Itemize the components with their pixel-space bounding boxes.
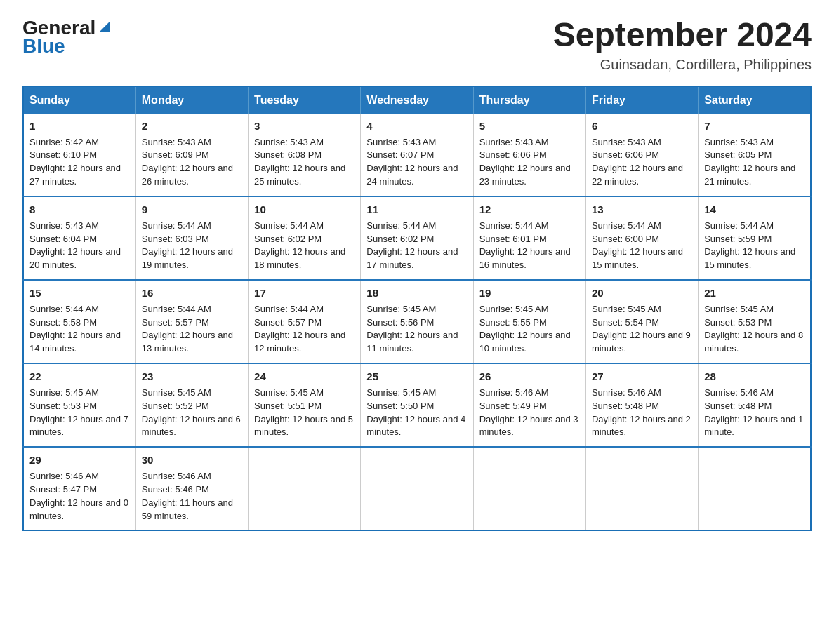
day-number: 27 — [592, 369, 692, 384]
day-number: 6 — [592, 119, 692, 134]
calendar-cell: 20 Sunrise: 5:45 AMSunset: 5:54 PMDaylig… — [585, 280, 698, 363]
day-number: 24 — [254, 369, 355, 384]
day-info: Sunrise: 5:45 AMSunset: 5:53 PMDaylight:… — [704, 304, 803, 354]
calendar-cell: 17 Sunrise: 5:44 AMSunset: 5:57 PMDaylig… — [249, 280, 361, 363]
day-info: Sunrise: 5:45 AMSunset: 5:53 PMDaylight:… — [29, 387, 128, 438]
day-number: 16 — [142, 286, 242, 301]
day-number: 14 — [704, 202, 805, 217]
calendar-cell: 28 Sunrise: 5:46 AMSunset: 5:48 PMDaylig… — [699, 363, 811, 447]
logo-blue-text: Blue — [22, 35, 65, 58]
day-number: 2 — [142, 119, 242, 134]
day-number: 15 — [29, 286, 130, 301]
day-info: Sunrise: 5:45 AMSunset: 5:51 PMDaylight:… — [254, 387, 353, 438]
calendar-cell — [361, 447, 473, 530]
day-info: Sunrise: 5:42 AMSunset: 6:10 PMDaylight:… — [29, 137, 121, 187]
day-number: 29 — [29, 452, 130, 468]
calendar-cell — [473, 447, 585, 530]
day-info: Sunrise: 5:44 AMSunset: 6:01 PMDaylight:… — [479, 220, 571, 271]
calendar-cell: 14 Sunrise: 5:44 AMSunset: 5:59 PMDaylig… — [699, 196, 811, 280]
weekday-header-thursday: Thursday — [473, 86, 585, 114]
day-info: Sunrise: 5:44 AMSunset: 5:57 PMDaylight:… — [254, 304, 345, 354]
day-number: 30 — [142, 452, 242, 468]
day-info: Sunrise: 5:44 AMSunset: 5:57 PMDaylight:… — [142, 304, 233, 354]
day-number: 20 — [592, 286, 692, 301]
day-info: Sunrise: 5:43 AMSunset: 6:08 PMDaylight:… — [254, 137, 345, 187]
day-info: Sunrise: 5:45 AMSunset: 5:55 PMDaylight:… — [479, 304, 571, 354]
calendar-cell: 13 Sunrise: 5:44 AMSunset: 6:00 PMDaylig… — [585, 196, 698, 280]
calendar-cell: 9 Sunrise: 5:44 AMSunset: 6:03 PMDayligh… — [135, 196, 248, 280]
day-number: 25 — [366, 369, 467, 384]
day-info: Sunrise: 5:43 AMSunset: 6:06 PMDaylight:… — [479, 137, 571, 187]
day-number: 3 — [254, 119, 355, 134]
day-info: Sunrise: 5:44 AMSunset: 6:02 PMDaylight:… — [366, 220, 458, 271]
calendar-cell: 21 Sunrise: 5:45 AMSunset: 5:53 PMDaylig… — [699, 280, 811, 363]
calendar-week-row: 1 Sunrise: 5:42 AMSunset: 6:10 PMDayligh… — [23, 114, 811, 196]
day-number: 7 — [704, 119, 805, 134]
weekday-header-monday: Monday — [135, 86, 248, 114]
calendar-cell: 24 Sunrise: 5:45 AMSunset: 5:51 PMDaylig… — [249, 363, 361, 447]
calendar-header-row: SundayMondayTuesdayWednesdayThursdayFrid… — [23, 86, 811, 114]
day-info: Sunrise: 5:44 AMSunset: 5:59 PMDaylight:… — [704, 220, 795, 271]
day-number: 17 — [254, 286, 355, 301]
day-number: 12 — [479, 202, 580, 217]
calendar-cell: 22 Sunrise: 5:45 AMSunset: 5:53 PMDaylig… — [23, 363, 135, 447]
day-number: 4 — [366, 119, 467, 134]
day-number: 21 — [704, 286, 805, 301]
calendar-cell: 26 Sunrise: 5:46 AMSunset: 5:49 PMDaylig… — [473, 363, 585, 447]
day-number: 22 — [29, 369, 130, 384]
calendar-cell: 30 Sunrise: 5:46 AMSunset: 5:46 PMDaylig… — [135, 447, 248, 530]
day-info: Sunrise: 5:45 AMSunset: 5:56 PMDaylight:… — [366, 304, 458, 354]
day-info: Sunrise: 5:46 AMSunset: 5:48 PMDaylight:… — [704, 387, 803, 438]
day-number: 8 — [29, 202, 130, 217]
calendar-cell: 29 Sunrise: 5:46 AMSunset: 5:47 PMDaylig… — [23, 447, 135, 530]
day-info: Sunrise: 5:43 AMSunset: 6:09 PMDaylight:… — [142, 137, 233, 187]
calendar-cell: 18 Sunrise: 5:45 AMSunset: 5:56 PMDaylig… — [361, 280, 473, 363]
calendar-cell: 23 Sunrise: 5:45 AMSunset: 5:52 PMDaylig… — [135, 363, 248, 447]
logo-triangle-icon — [97, 19, 112, 34]
day-info: Sunrise: 5:45 AMSunset: 5:54 PMDaylight:… — [592, 304, 691, 354]
day-info: Sunrise: 5:43 AMSunset: 6:06 PMDaylight:… — [592, 137, 683, 187]
day-number: 5 — [479, 119, 580, 134]
calendar-cell — [585, 447, 698, 530]
day-info: Sunrise: 5:43 AMSunset: 6:04 PMDaylight:… — [29, 220, 121, 271]
header: General Blue September 2024 Guinsadan, C… — [22, 17, 812, 73]
day-info: Sunrise: 5:44 AMSunset: 6:02 PMDaylight:… — [254, 220, 345, 271]
day-info: Sunrise: 5:46 AMSunset: 5:46 PMDaylight:… — [142, 471, 233, 521]
day-info: Sunrise: 5:46 AMSunset: 5:47 PMDaylight:… — [29, 471, 128, 521]
calendar-cell: 11 Sunrise: 5:44 AMSunset: 6:02 PMDaylig… — [361, 196, 473, 280]
calendar-cell: 3 Sunrise: 5:43 AMSunset: 6:08 PMDayligh… — [249, 114, 361, 196]
calendar-title: September 2024 — [553, 17, 812, 54]
day-number: 23 — [142, 369, 242, 384]
calendar-week-row: 22 Sunrise: 5:45 AMSunset: 5:53 PMDaylig… — [23, 363, 811, 447]
day-info: Sunrise: 5:45 AMSunset: 5:50 PMDaylight:… — [366, 387, 465, 438]
day-info: Sunrise: 5:44 AMSunset: 6:03 PMDaylight:… — [142, 220, 233, 271]
day-number: 19 — [479, 286, 580, 301]
calendar-cell: 25 Sunrise: 5:45 AMSunset: 5:50 PMDaylig… — [361, 363, 473, 447]
day-number: 13 — [592, 202, 692, 217]
calendar-cell — [249, 447, 361, 530]
calendar-cell: 8 Sunrise: 5:43 AMSunset: 6:04 PMDayligh… — [23, 196, 135, 280]
calendar-cell: 1 Sunrise: 5:42 AMSunset: 6:10 PMDayligh… — [23, 114, 135, 196]
calendar-cell: 6 Sunrise: 5:43 AMSunset: 6:06 PMDayligh… — [585, 114, 698, 196]
calendar-cell: 5 Sunrise: 5:43 AMSunset: 6:06 PMDayligh… — [473, 114, 585, 196]
calendar-cell: 16 Sunrise: 5:44 AMSunset: 5:57 PMDaylig… — [135, 280, 248, 363]
title-area: September 2024 Guinsadan, Cordillera, Ph… — [553, 17, 812, 73]
calendar-week-row: 8 Sunrise: 5:43 AMSunset: 6:04 PMDayligh… — [23, 196, 811, 280]
day-number: 18 — [366, 286, 467, 301]
weekday-header-tuesday: Tuesday — [249, 86, 361, 114]
day-number: 28 — [704, 369, 805, 384]
day-info: Sunrise: 5:46 AMSunset: 5:48 PMDaylight:… — [592, 387, 691, 438]
day-info: Sunrise: 5:44 AMSunset: 6:00 PMDaylight:… — [592, 220, 683, 271]
day-info: Sunrise: 5:46 AMSunset: 5:49 PMDaylight:… — [479, 387, 578, 438]
calendar-table: SundayMondayTuesdayWednesdayThursdayFrid… — [22, 86, 812, 532]
logo: General Blue — [22, 17, 112, 58]
weekday-header-sunday: Sunday — [23, 86, 135, 114]
weekday-header-saturday: Saturday — [699, 86, 811, 114]
day-info: Sunrise: 5:43 AMSunset: 6:07 PMDaylight:… — [366, 137, 458, 187]
day-info: Sunrise: 5:43 AMSunset: 6:05 PMDaylight:… — [704, 137, 795, 187]
calendar-body: 1 Sunrise: 5:42 AMSunset: 6:10 PMDayligh… — [23, 114, 811, 531]
calendar-cell: 7 Sunrise: 5:43 AMSunset: 6:05 PMDayligh… — [699, 114, 811, 196]
day-info: Sunrise: 5:44 AMSunset: 5:58 PMDaylight:… — [29, 304, 121, 354]
calendar-cell: 19 Sunrise: 5:45 AMSunset: 5:55 PMDaylig… — [473, 280, 585, 363]
calendar-cell: 4 Sunrise: 5:43 AMSunset: 6:07 PMDayligh… — [361, 114, 473, 196]
